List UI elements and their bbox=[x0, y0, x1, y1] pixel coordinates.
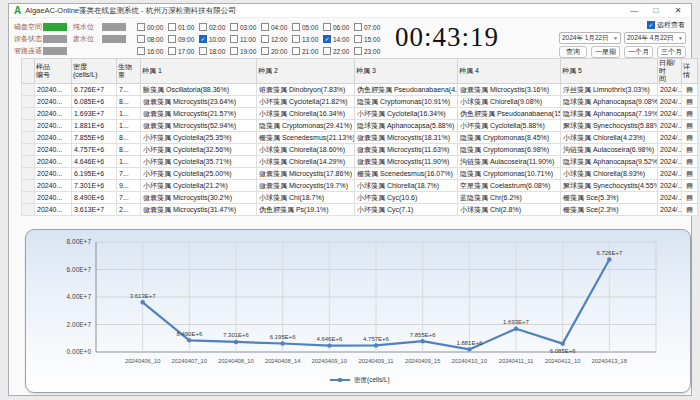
cell-species5: 隐球藻属 Aphanocapsa(9.08%) bbox=[561, 96, 658, 108]
cell-species5: 浮丝藻属 Limnothrix(3.03%) bbox=[561, 84, 658, 96]
time-checkbox-1100[interactable]: 11:00 bbox=[230, 33, 261, 45]
time-checkbox-2100[interactable]: 21:00 bbox=[292, 45, 323, 57]
cell-species1: 小环藻属 Cyclotella(25.00%) bbox=[141, 168, 257, 180]
time-checkbox-0600[interactable]: 06:00 bbox=[323, 21, 354, 33]
detail-icon[interactable]: ▤ bbox=[682, 156, 698, 168]
table-row[interactable]: 20240...6.195E+67...小环藻属 Cyclotella(25.0… bbox=[22, 168, 698, 180]
date-from-select[interactable]: 2024年 1月22日 ▼ bbox=[559, 32, 621, 44]
status-label: 纯水位 bbox=[73, 22, 102, 32]
maximize-button[interactable]: □ bbox=[645, 4, 667, 17]
date-to-select[interactable]: 2024年 4月22日 ▼ bbox=[624, 32, 686, 44]
cell-selcol bbox=[22, 108, 35, 120]
table-row[interactable]: 20240...4.646E+61...小环藻属 Cyclotella(35.7… bbox=[22, 156, 698, 168]
one-month-button[interactable]: 一个月 bbox=[624, 46, 653, 58]
column-header: 种属 1 bbox=[141, 59, 257, 84]
detail-icon[interactable]: ▤ bbox=[682, 132, 698, 144]
detail-icon[interactable]: ▤ bbox=[682, 192, 698, 204]
time-checkbox-1900[interactable]: 19:00 bbox=[230, 45, 261, 57]
detail-icon[interactable]: ▤ bbox=[682, 108, 698, 120]
minimize-button[interactable]: — bbox=[623, 4, 645, 17]
detail-icon[interactable]: ▤ bbox=[682, 144, 698, 156]
legend-label: 密度(cells/L) bbox=[354, 376, 390, 384]
table-row[interactable]: 20240...1.693E+71...微囊藻属 Microcystis(21.… bbox=[22, 108, 698, 120]
three-month-button[interactable]: 三个月 bbox=[657, 46, 686, 58]
table-row[interactable]: 20240...1.881E+61...微囊藻属 Microcystis(52.… bbox=[22, 120, 698, 132]
cell-biomass: 8... bbox=[117, 132, 141, 144]
cell-species5: 小球藻属 Chlorella(8.93%) bbox=[561, 168, 658, 180]
time-label: 18:00 bbox=[209, 48, 225, 55]
detail-icon[interactable]: ▤ bbox=[682, 168, 698, 180]
table-row[interactable]: 20240...8.490E+67...微囊藻属 Microcystis(30.… bbox=[22, 192, 698, 204]
time-checkbox-1800[interactable]: 18:00 bbox=[199, 45, 230, 57]
time-checkbox-0400[interactable]: 04:00 bbox=[261, 21, 292, 33]
table-row[interactable]: 20240...7.301E+69...小环藻属 Cyclotella(21.2… bbox=[22, 180, 698, 192]
checkbox-icon bbox=[323, 23, 331, 31]
cell-date: 2024/... bbox=[658, 180, 682, 192]
checkbox-icon bbox=[292, 35, 300, 43]
detail-icon[interactable]: ▤ bbox=[682, 84, 698, 96]
time-checkbox-0500[interactable]: 05:00 bbox=[292, 21, 323, 33]
app-window: A AlgaeAC-Online藻类在线监测系统 - 杭州万深检测科技有限公司 … bbox=[8, 3, 692, 396]
time-label: 16:00 bbox=[147, 48, 163, 55]
status-bar-indicator bbox=[43, 35, 67, 43]
schedule-grid: 00:0001:0002:0003:0004:0005:0006:0007:00… bbox=[137, 21, 385, 57]
x-tick-label: 20240410_10 bbox=[452, 358, 487, 364]
close-button[interactable]: ✕ bbox=[667, 4, 689, 17]
cell-density: 8.490E+6 bbox=[72, 192, 117, 204]
date-to-value: 2024年 4月22日 bbox=[627, 34, 674, 43]
cell-species5: 沟链藻属 Aulacoseira(6.98%) bbox=[561, 144, 658, 156]
table-row[interactable]: 20240...7.855E+68...小环藻属 Cyclotella(25.3… bbox=[22, 132, 698, 144]
detail-icon[interactable]: ▤ bbox=[682, 120, 698, 132]
cell-species4: 隐藻属 Cryptomonas(6.98%) bbox=[458, 144, 561, 156]
time-checkbox-1600[interactable]: 16:00 bbox=[137, 45, 168, 57]
table-row[interactable]: 20240...4.757E+68...小环藻属 Cyclotella(32.5… bbox=[22, 144, 698, 156]
cell-biomass: 7... bbox=[117, 192, 141, 204]
checkbox-icon bbox=[261, 35, 269, 43]
one-week-button[interactable]: 一星期 bbox=[591, 46, 620, 58]
cell-species3: 隐球藻属 Aphanocapsa(5.88%) bbox=[355, 120, 458, 132]
cell-density: 7.301E+6 bbox=[72, 180, 117, 192]
cell-date: 2024/... bbox=[658, 204, 682, 216]
time-checkbox-0800[interactable]: 08:00 bbox=[137, 33, 168, 45]
cell-date: 2024/... bbox=[658, 84, 682, 96]
time-checkbox-2000[interactable]: 20:00 bbox=[261, 45, 292, 57]
remote-view-checkbox[interactable]: ✓ 远程查看 bbox=[647, 20, 685, 30]
query-button[interactable]: 查询 bbox=[559, 46, 587, 58]
time-checkbox-1400[interactable]: ✓14:00 bbox=[323, 33, 354, 45]
app-icon: A bbox=[14, 6, 21, 16]
data-point-label: 3.613E+7 bbox=[130, 293, 157, 299]
time-checkbox-1200[interactable]: 12:00 bbox=[261, 33, 292, 45]
time-checkbox-0300[interactable]: 03:00 bbox=[230, 21, 261, 33]
table-row[interactable]: 20240...6.085E+68...微囊藻属 Microcystis(23.… bbox=[22, 96, 698, 108]
cell-id: 20240... bbox=[35, 204, 72, 216]
time-checkbox-2200[interactable]: 22:00 bbox=[323, 45, 354, 57]
cell-species3: 微囊藻属 Microcystis(18.31%) bbox=[355, 132, 458, 144]
data-point bbox=[327, 343, 331, 347]
data-point-label: 4.646E+6 bbox=[316, 336, 343, 342]
detail-icon[interactable]: ▤ bbox=[682, 204, 698, 216]
query-buttons: 查询一星期一个月三个月 bbox=[559, 46, 686, 58]
cell-density: 1.881E+6 bbox=[72, 120, 117, 132]
cell-species1: 微囊藻属 Microcystis(21.57%) bbox=[141, 108, 257, 120]
time-checkbox-1000[interactable]: ✓10:00 bbox=[199, 33, 230, 45]
checkbox-icon bbox=[323, 47, 331, 55]
data-point bbox=[140, 300, 144, 304]
table-row[interactable]: 20240...6.726E+77...颤藻属 Oscillatoria(88.… bbox=[22, 84, 698, 96]
time-checkbox-0900[interactable]: 09:00 bbox=[168, 33, 199, 45]
cell-biomass: 1... bbox=[117, 120, 141, 132]
time-checkbox-0100[interactable]: 01:00 bbox=[168, 21, 199, 33]
time-checkbox-1300[interactable]: 13:00 bbox=[292, 33, 323, 45]
cell-species1: 小环藻属 Cyclotella(21.2%) bbox=[141, 180, 257, 192]
x-tick-label: 20240411_11 bbox=[499, 358, 534, 364]
time-checkbox-0200[interactable]: 02:00 bbox=[199, 21, 230, 33]
checkbox-icon bbox=[230, 23, 238, 31]
x-tick-label: 20240409_11 bbox=[358, 358, 393, 364]
table-row[interactable]: 20240...3.613E+72...微囊藻属 Microcystis(31.… bbox=[22, 204, 698, 216]
time-checkbox-1700[interactable]: 17:00 bbox=[168, 45, 199, 57]
detail-icon[interactable]: ▤ bbox=[682, 180, 698, 192]
column-header: 日期/时 间 bbox=[658, 59, 682, 84]
detail-icon[interactable]: ▤ bbox=[682, 96, 698, 108]
time-checkbox-0000[interactable]: 00:00 bbox=[137, 21, 168, 33]
cell-species5: 聚球藻属 Synechocystis(5.88%) bbox=[561, 120, 658, 132]
time-label: 00:00 bbox=[147, 24, 163, 31]
